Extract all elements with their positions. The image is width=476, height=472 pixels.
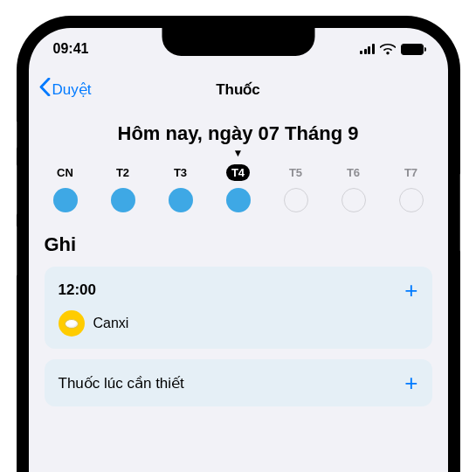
day-label: T6 (341, 164, 365, 181)
navigation-bar: Duyệt Thuốc (29, 70, 448, 108)
day-dot-icon (111, 188, 135, 212)
back-button[interactable]: Duyệt (39, 78, 92, 101)
medication-name: Canxi (93, 316, 129, 331)
back-label: Duyệt (52, 80, 92, 99)
day-col-mon[interactable]: T2 (102, 164, 144, 212)
status-time: 09:41 (53, 41, 89, 57)
card-time: 12:00 (59, 281, 96, 299)
plus-icon[interactable]: + (404, 279, 417, 302)
day-col-fri[interactable]: T6 (333, 164, 375, 212)
device-notch (162, 28, 314, 56)
wifi-icon (380, 44, 396, 55)
day-label: T4 (226, 164, 250, 181)
day-dot-icon (169, 188, 193, 212)
day-label: T7 (399, 164, 423, 181)
medication-card-asneeded[interactable]: Thuốc lúc cần thiết + (45, 359, 432, 406)
pill-icon (59, 310, 85, 337)
caret-down-icon[interactable]: ▼ (29, 147, 448, 159)
week-calendar: CN T2 T3 T4 T5 T6 (29, 164, 448, 226)
chevron-left-icon (39, 78, 51, 101)
day-dot-icon (284, 188, 308, 212)
day-col-tue[interactable]: T3 (160, 164, 202, 212)
day-col-sun[interactable]: CN (45, 164, 86, 212)
section-title: Ghi (45, 233, 432, 256)
cellular-signal-icon (360, 44, 375, 54)
date-header: Hôm nay, ngày 07 Tháng 9 ▼ (29, 108, 448, 164)
medication-row[interactable]: Canxi (59, 310, 418, 337)
day-label: T2 (111, 164, 135, 181)
page-title: Thuốc (216, 80, 260, 99)
day-col-thu[interactable]: T5 (275, 164, 317, 212)
plus-icon[interactable]: + (404, 371, 417, 394)
battery-icon (401, 44, 424, 55)
day-col-sat[interactable]: T7 (390, 164, 432, 212)
day-dot-icon (226, 188, 251, 212)
date-title: Hôm nay, ngày 07 Tháng 9 (29, 122, 448, 145)
day-label: T5 (284, 164, 307, 181)
day-dot-icon (341, 188, 366, 212)
day-label: CN (52, 164, 79, 181)
card-title: Thuốc lúc cần thiết (59, 374, 184, 392)
day-dot-icon (53, 188, 78, 212)
day-col-wed[interactable]: T4 (217, 164, 259, 212)
medication-card-scheduled[interactable]: 12:00 + Canxi (45, 267, 432, 349)
day-dot-icon (399, 188, 424, 212)
day-label: T3 (169, 164, 192, 181)
